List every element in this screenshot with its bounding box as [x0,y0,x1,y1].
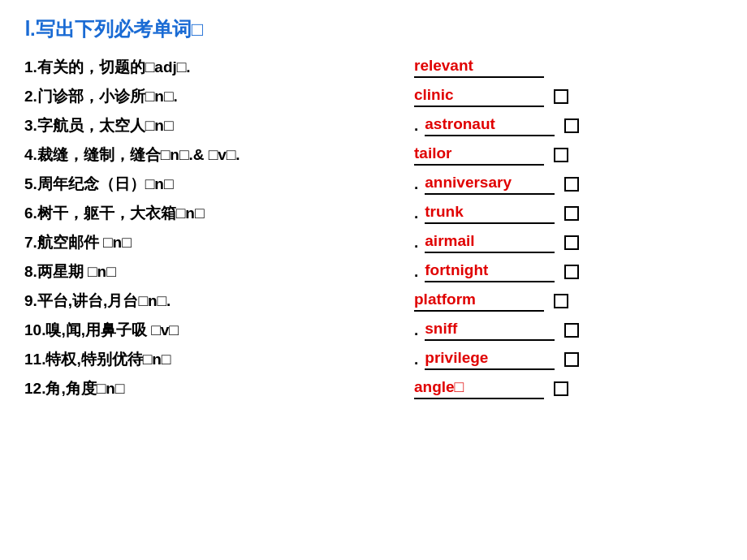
vocab-item: 10.嗅,闻,用鼻子吸 □v□.sniff [24,320,723,341]
chinese-label: 5.周年纪念（日）□n□ [24,174,414,195]
dot-prefix: . [414,321,418,339]
answer-part: platform [414,291,723,312]
checkbox[interactable] [564,323,579,338]
answer-line: anniversary [425,174,555,195]
answer-text: anniversary [425,174,512,192]
checkbox[interactable] [554,148,568,162]
dot-prefix: . [414,117,418,135]
checkbox[interactable] [564,177,579,192]
answer-line: relevant [414,57,544,78]
vocab-item: 9.平台,讲台,月台□n□.platform [24,291,723,312]
chinese-label: 10.嗅,闻,用鼻子吸 □v□ [24,320,414,341]
checkbox[interactable] [564,206,579,221]
answer-line: fortnight [425,261,555,282]
chinese-label: 8.两星期 □n□ [24,261,414,282]
vocab-item: 8.两星期 □n□.fortnight [24,261,723,282]
answer-text: angle□ [414,378,464,396]
answer-part: .airmail [414,232,723,253]
chinese-label: 12.角,角度□n□ [24,378,414,399]
dot-prefix: . [414,205,418,222]
vocab-item: 4.裁缝，缝制，缝合□n□.& □v□.tailor [24,144,723,166]
checkbox[interactable] [554,294,568,308]
answer-line: astronaut [425,115,555,136]
checkbox[interactable] [564,265,579,279]
checkbox[interactable] [554,89,568,104]
vocab-item: 5.周年纪念（日）□n□.anniversary [24,174,723,195]
chinese-label: 11.特权,特别优待□n□ [24,349,414,370]
vocab-item: 6.树干，躯干，大衣箱□n□.trunk [24,203,723,224]
vocab-item: 12.角,角度□n□angle□ [24,378,723,399]
answer-part: angle□ [414,378,723,399]
answer-text: relevant [414,57,473,75]
answer-part: .privilege [414,349,723,370]
answer-part: relevant [414,57,723,78]
answer-text: clinic [414,86,454,104]
vocab-item: 11.特权,特别优待□n□.privilege [24,349,723,370]
answer-line: tailor [414,144,544,166]
answer-text: platform [414,291,476,308]
answer-part: clinic [414,86,723,107]
answer-part: .trunk [414,203,723,224]
answer-text: privilege [425,349,488,367]
dot-prefix: . [414,351,418,368]
answer-text: trunk [425,203,464,221]
chinese-label: 4.裁缝，缝制，缝合□n□.& □v□. [24,144,414,166]
vocab-list: 1.有关的，切题的□adj□.relevant2.门诊部，小诊所□n□.clin… [24,57,723,399]
answer-text: fortnight [425,261,488,279]
checkbox[interactable] [554,381,568,396]
checkbox[interactable] [564,235,579,250]
vocab-item: 3.字航员，太空人□n□.astronaut [24,115,723,136]
answer-line: sniff [425,320,555,341]
dot-prefix: . [414,263,418,281]
answer-line: trunk [425,203,555,224]
chinese-label: 2.门诊部，小诊所□n□. [24,86,414,107]
dot-prefix: . [414,234,418,252]
dot-prefix: . [414,175,418,193]
answer-line: platform [414,291,544,312]
title: Ⅰ.写出下列必考单词□ [24,16,723,42]
answer-part: .anniversary [414,174,723,195]
answer-part: .astronaut [414,115,723,136]
answer-part: tailor [414,144,723,166]
answer-text: sniff [425,320,457,338]
answer-text: astronaut [425,115,495,133]
chinese-label: 7.航空邮件 □n□ [24,232,414,253]
answer-line: privilege [425,349,555,370]
answer-line: airmail [425,232,555,253]
answer-text: tailor [414,144,451,162]
answer-text: airmail [425,232,474,250]
answer-line: angle□ [414,378,544,399]
chinese-label: 3.字航员，太空人□n□ [24,115,414,136]
chinese-label: 9.平台,讲台,月台□n□. [24,291,414,312]
chinese-label: 1.有关的，切题的□adj□. [24,57,414,78]
answer-part: .sniff [414,320,723,341]
vocab-item: 1.有关的，切题的□adj□.relevant [24,57,723,78]
answer-part: .fortnight [414,261,723,282]
vocab-item: 2.门诊部，小诊所□n□.clinic [24,86,723,107]
chinese-label: 6.树干，躯干，大衣箱□n□ [24,203,414,224]
checkbox[interactable] [564,118,579,133]
checkbox[interactable] [564,352,579,367]
vocab-item: 7.航空邮件 □n□.airmail [24,232,723,253]
answer-line: clinic [414,86,544,107]
